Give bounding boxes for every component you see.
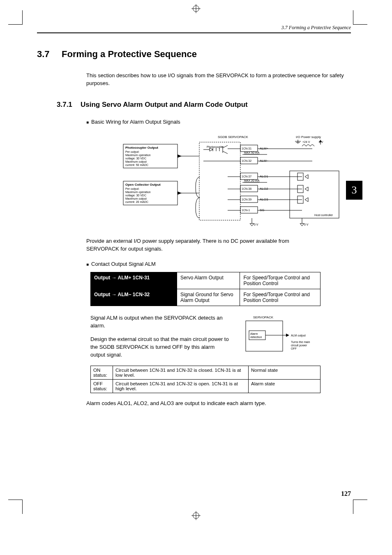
signal-desc: Signal Ground for Servo Alarm Output [177, 289, 240, 306]
svg-text:current: 50 mADC: current: 50 mADC [125, 164, 148, 166]
wiring-diagram: .t { font: 8px Arial; } .tb { font: bold… [119, 134, 341, 228]
registration-mark-top [191, 4, 201, 13]
svg-marker-90 [300, 223, 304, 226]
section-intro: This section describes how to use I/O si… [86, 72, 351, 88]
svg-text:current: 20 mADC: current: 20 mADC [125, 200, 148, 203]
section-number: 3.7 [37, 49, 62, 60]
svg-text:1CN-38: 1CN-38 [242, 187, 251, 190]
square-bullet-icon: ■ [86, 120, 89, 124]
svg-marker-87 [250, 223, 254, 226]
svg-marker-78 [305, 198, 308, 202]
svg-marker-98 [286, 334, 289, 337]
alm-mini-diagram: .m{font:8px Arial;} .ms{font:7px Arial;}… [238, 314, 320, 359]
svg-marker-25 [178, 154, 182, 158]
running-header: 3.7 Forming a Protective Sequence [37, 25, 351, 33]
svg-marker-62 [305, 175, 308, 179]
svg-text:SERVOPACK: SERVOPACK [253, 315, 274, 319]
page-number: 127 [341, 490, 351, 497]
svg-text:1CN-39: 1CN-39 [242, 198, 251, 201]
crop-mark-tr [353, 10, 367, 25]
signal-mode: For Speed/Torque Control and Position Co… [240, 289, 321, 306]
svg-text:Alarm: Alarm [250, 332, 258, 335]
crop-mark-br [353, 500, 367, 514]
svg-text:Photocoupler Output: Photocoupler Output [125, 146, 158, 150]
svg-text:0 V: 0 V [254, 223, 258, 226]
svg-rect-84 [290, 171, 339, 218]
svg-line-42 [223, 151, 228, 154]
svg-text:Photocoupler: Photocoupler [207, 145, 224, 149]
status-desc: Circuit between 1CN-31 and 1CN-32 is ope… [113, 380, 249, 393]
bullet-contact-output: ■Contact Output Signal ALM [86, 261, 351, 267]
status-label: OFF status: [91, 380, 113, 393]
svg-text:1CN-37: 1CN-37 [242, 175, 251, 178]
svg-text:I/O  Power supply: I/O Power supply [296, 135, 321, 139]
svg-text:MAX 50 mA: MAX 50 mA [244, 151, 260, 154]
registration-mark-bottom [191, 511, 201, 520]
svg-text:ALM output: ALM output [291, 334, 306, 337]
svg-rect-16 [199, 142, 240, 220]
bullet-text: Basic Wiring for Alarm Output Signals [91, 119, 180, 125]
svg-text:+24 V: +24 V [302, 140, 310, 143]
square-bullet-icon: ■ [86, 262, 89, 267]
svg-text:Maximum output: Maximum output [125, 160, 147, 164]
svg-text:1CN-32: 1CN-32 [242, 159, 251, 162]
svg-text:voltage: 30 VDC: voltage: 30 VDC [125, 157, 146, 160]
alarm-codes-note: Alarm codes ALO1, ALO2, and ALO3 are out… [86, 400, 316, 408]
signal-table: Output → ALM+ 1CN-31 Servo Alarm Output … [90, 272, 321, 306]
alm-paragraph-1: Signal ALM is output when the SERVOPACK … [90, 314, 230, 330]
subsection-title: 3.7.1Using Servo Alarm Output and Alarm … [57, 101, 351, 109]
svg-marker-36 [210, 148, 213, 151]
signal-label: Output → ALM+ 1CN-31 [91, 272, 177, 289]
bullet-basic-wiring: ■Basic Wiring for Alarm Output Signals [86, 119, 351, 125]
status-desc: Circuit between 1CN-31 and 1CN-32 is clo… [113, 366, 249, 380]
section-title: 3.7Forming a Protective Sequence [37, 49, 351, 60]
svg-text:MAX 20 mA: MAX 20 mA [244, 179, 260, 182]
svg-text:Turns the main: Turns the main [291, 341, 310, 343]
status-state: Alarm state [249, 380, 321, 393]
signal-label: Output → ALM− 1CN-32 [91, 289, 177, 306]
svg-text:Open Collector Output: Open Collector Output [125, 183, 161, 187]
subsection-name: Using Servo Alarm Output and Alarm Code … [81, 101, 248, 108]
svg-text:OFF: OFF [291, 347, 297, 350]
table-row: ON status: Circuit between 1CN-31 and 1C… [91, 366, 321, 380]
status-state: Normal state [249, 366, 321, 380]
crop-mark-bl [8, 500, 23, 514]
power-supply-note: Provide an external I/O power supply sep… [86, 237, 316, 253]
alm-paragraph-2: Design the external circuit so that the … [90, 336, 230, 359]
svg-text:1CN-1: 1CN-1 [242, 209, 250, 212]
svg-text:1CN-31: 1CN-31 [242, 147, 251, 150]
table-row: Output → ALM+ 1CN-31 Servo Alarm Output … [91, 272, 321, 289]
alm-text: Signal ALM is output when the SERVOPACK … [90, 314, 230, 359]
svg-text:circuit power: circuit power [291, 344, 307, 347]
alm-explainer: Signal ALM is output when the SERVOPACK … [90, 314, 351, 359]
svg-text:Maximum output: Maximum output [125, 197, 147, 200]
page-body: 3.7 Forming a Protective Sequence 3.7For… [37, 25, 351, 493]
bullet-text: Contact Output Signal ALM [91, 261, 156, 267]
status-label: ON status: [91, 366, 113, 380]
svg-marker-71 [305, 187, 308, 191]
svg-text:Per output:: Per output: [125, 150, 139, 154]
crop-mark-tl [8, 10, 23, 25]
section-name: Forming a Protective Sequence [62, 49, 197, 59]
svg-text:SGDB SERVOPACK: SGDB SERVOPACK [218, 135, 249, 139]
svg-text:0 V: 0 V [304, 223, 309, 226]
svg-text:Maximum operation: Maximum operation [125, 191, 151, 194]
svg-text:Host controller: Host controller [314, 214, 333, 216]
signal-mode: For Speed/Torque Control and Position Co… [240, 272, 321, 289]
svg-text:Per output:: Per output: [125, 187, 139, 191]
svg-text:detection: detection [250, 336, 262, 339]
signal-desc: Servo Alarm Output [177, 272, 240, 289]
svg-text:Maximum operation: Maximum operation [125, 154, 151, 157]
status-table: ON status: Circuit between 1CN-31 and 1C… [90, 366, 321, 393]
table-row: OFF status: Circuit between 1CN-31 and 1… [91, 380, 321, 393]
subsection-number: 3.7.1 [57, 101, 81, 109]
svg-marker-34 [178, 191, 182, 195]
svg-text:voltage: 30 VDC: voltage: 30 VDC [125, 194, 146, 197]
table-row: Output → ALM− 1CN-32 Signal Ground for S… [91, 289, 321, 306]
